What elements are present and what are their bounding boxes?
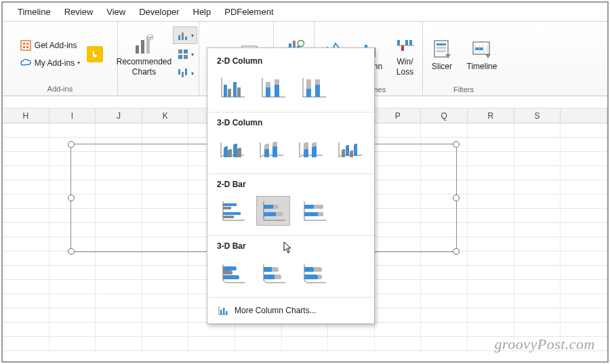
timeline-button[interactable]: Timeline [462, 24, 502, 84]
line-chart-dropdown[interactable]: ▾ [173, 45, 197, 63]
svg-rect-33 [397, 40, 400, 45]
svg-rect-49 [274, 85, 279, 97]
svg-rect-45 [233, 82, 237, 97]
svg-point-8 [148, 35, 153, 40]
chart-clustered-bar[interactable] [216, 196, 249, 226]
tab-help[interactable]: Help [186, 4, 218, 20]
slicer-icon [430, 38, 453, 61]
tab-review[interactable]: Review [58, 4, 100, 20]
insert-column-chart-dropdown-panel: 2-D Column 3-D Column [207, 47, 375, 324]
resize-handle[interactable] [453, 195, 460, 201]
slicer-button[interactable]: Slicer [426, 24, 458, 84]
waterfall-chart-dropdown[interactable]: ▾ [173, 64, 197, 82]
col-header[interactable]: J [96, 108, 142, 123]
more-column-charts[interactable]: More Column Charts... [207, 300, 374, 321]
chart-3d-stacked-bar[interactable] [256, 258, 290, 287]
resize-handle[interactable] [68, 195, 75, 201]
chart-stacked-column[interactable] [256, 73, 290, 102]
timeline-label: Timeline [467, 62, 497, 71]
store-icon [20, 39, 32, 52]
tab-pdfelement[interactable]: PDFelement [218, 4, 280, 20]
chart-3d-clustered-bar[interactable] [216, 258, 249, 287]
resize-handle[interactable] [68, 248, 75, 255]
waterfall-chart-icon [176, 66, 190, 80]
section-2d-column: 2-D Column [207, 54, 374, 71]
col-header[interactable]: S [514, 108, 561, 123]
timeline-icon [470, 38, 493, 61]
group-addins-label: Add-ins [47, 83, 73, 94]
svg-rect-36 [409, 40, 412, 45]
svg-rect-68 [223, 308, 225, 315]
group-charts: Recommended Charts ▾ ▾ ▾ [118, 22, 199, 96]
sparkline-winloss-l2: Loss [396, 68, 413, 77]
svg-rect-50 [274, 79, 279, 85]
svg-rect-66 [304, 212, 318, 216]
recommended-charts-button[interactable]: Recommended Charts [120, 24, 169, 84]
svg-rect-18 [185, 68, 187, 75]
chart-100-stacked-column[interactable] [297, 73, 331, 102]
col-header[interactable]: P [375, 108, 422, 123]
sparkline-winloss-icon [394, 33, 417, 56]
chart-3d-100-stacked-column[interactable] [294, 134, 327, 164]
group-addins: Get Add-ins My Add-ins ▾ Ad [3, 22, 118, 96]
chart-3d-stacked-column[interactable] [255, 134, 287, 164]
column-chart-dropdown[interactable]: ▾ [173, 26, 197, 44]
slicer-label: Slicer [432, 62, 452, 71]
tab-view[interactable]: View [100, 4, 132, 20]
svg-rect-44 [228, 89, 231, 97]
chart-3d-column[interactable] [333, 134, 366, 164]
col-header[interactable] [561, 108, 607, 123]
svg-point-28 [298, 41, 304, 47]
svg-rect-3 [23, 46, 25, 48]
svg-rect-0 [21, 41, 30, 50]
col-header[interactable]: K [142, 108, 189, 123]
svg-rect-15 [184, 55, 188, 59]
tab-developer[interactable]: Developer [132, 4, 186, 20]
get-addins-label: Get Add-ins [35, 41, 77, 50]
svg-rect-48 [266, 82, 270, 87]
svg-rect-59 [264, 205, 273, 209]
col-header[interactable]: R [468, 108, 514, 123]
sparkline-winloss-button[interactable]: Win/ Loss [390, 24, 420, 84]
get-addins-button[interactable]: Get Add-ins [17, 38, 83, 53]
group-filters: Slicer Timeline Filters [423, 22, 504, 96]
tab-timeline[interactable]: Timeline [11, 4, 58, 20]
column-chart-icon [176, 28, 190, 42]
section-3d-bar: 3-D Bar [207, 239, 374, 256]
svg-rect-61 [264, 212, 276, 216]
col-header[interactable]: Q [421, 108, 468, 123]
watermark: groovyPost.com [494, 336, 595, 353]
svg-rect-12 [178, 49, 182, 54]
recommended-charts-label1: Recommended [117, 58, 171, 66]
resize-handle[interactable] [453, 141, 460, 148]
chart-100-stacked-bar[interactable] [297, 196, 331, 226]
svg-rect-5 [136, 45, 139, 54]
svg-rect-58 [223, 216, 234, 218]
chart-stacked-bar[interactable] [256, 196, 290, 226]
section-2d-bar: 2-D Bar [207, 177, 374, 195]
svg-rect-46 [237, 87, 241, 97]
my-addins-button[interactable]: My Add-ins ▾ [17, 56, 83, 70]
svg-rect-11 [185, 37, 187, 40]
svg-rect-9 [178, 35, 180, 40]
svg-rect-39 [436, 47, 446, 49]
chart-clustered-column[interactable] [216, 73, 249, 102]
svg-rect-17 [182, 72, 184, 77]
resize-handle[interactable] [68, 141, 75, 148]
svg-rect-47 [266, 87, 270, 97]
svg-rect-10 [182, 33, 184, 40]
ribbon-tabs: Timeline Review View Developer Help PDFe… [3, 3, 607, 22]
chevron-down-icon: ▾ [191, 70, 194, 77]
bing-maps-button[interactable] [87, 46, 103, 62]
svg-rect-40 [436, 50, 446, 52]
chart-3d-100-stacked-bar[interactable] [297, 258, 331, 287]
col-header[interactable]: I [49, 108, 96, 123]
group-filters-label: Filters [453, 84, 474, 95]
svg-rect-14 [178, 55, 182, 59]
svg-rect-52 [306, 89, 311, 97]
svg-rect-43 [224, 85, 227, 97]
svg-rect-6 [141, 40, 144, 54]
chart-3d-clustered-column[interactable] [216, 134, 248, 164]
col-header[interactable]: H [3, 108, 49, 123]
resize-handle[interactable] [453, 248, 460, 255]
